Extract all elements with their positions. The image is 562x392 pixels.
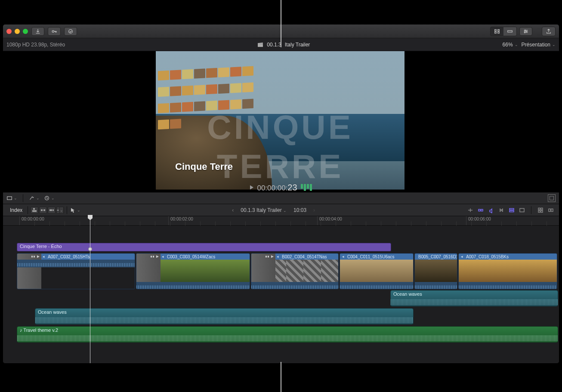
svg-point-0	[52, 30, 54, 32]
audio-clip-name: Ocean waves	[393, 291, 422, 297]
background-tasks-button[interactable]	[64, 27, 77, 36]
title-clip[interactable]: Cinque Terre - Écho	[17, 243, 391, 251]
share-button[interactable]	[542, 27, 556, 36]
clip-appearance-button[interactable]	[518, 207, 526, 214]
svg-rect-33	[153, 256, 154, 257]
clip-audio-icon	[460, 255, 464, 259]
browser-layout-segment	[490, 27, 517, 36]
timeline-header: Index ⌄ ⌄ ‹ 00.1.3 Italy Trailer ⌄ 10:03…	[3, 204, 559, 216]
clip-audio-wave	[17, 260, 135, 267]
primary-video-lane: A007_C032_0515HTsC003_C003_0514WZacsB002…	[3, 253, 559, 290]
svg-rect-32	[151, 256, 152, 257]
minimize-window-button[interactable]	[15, 29, 20, 34]
viewer[interactable]: CINQUE TERRE Cinque Terre 00:00:00: 23	[3, 51, 559, 192]
history-back-button[interactable]: ‹	[232, 207, 234, 213]
timeline-ruler[interactable]: 00:00:00:0000:00:02:0000:00:04:0000:00:0…	[3, 216, 559, 226]
close-window-button[interactable]	[6, 29, 12, 34]
layout-filmstrip-button[interactable]	[503, 27, 516, 36]
audio-lane: Ocean waves	[3, 308, 559, 325]
timeline-project-label[interactable]: 00.1.3 Italy Trailer ⌄	[241, 207, 287, 213]
connect-clip-button[interactable]	[31, 207, 38, 214]
svg-rect-31	[34, 256, 35, 257]
transition[interactable]	[17, 254, 41, 289]
clip-audio-wave	[251, 282, 338, 289]
clip-name: A007_C018_0515BKs	[466, 254, 509, 259]
video-clip[interactable]: C003_C003_0514WZacs	[136, 253, 250, 289]
play-icon[interactable]	[250, 185, 253, 190]
video-clip[interactable]: B005_C007_0516D1…	[414, 253, 457, 289]
project-name: Italy Trailer	[285, 42, 310, 48]
append-clip-button[interactable]	[48, 207, 56, 214]
audio-lane: Ocean waves	[3, 290, 559, 307]
svg-rect-3	[498, 29, 500, 31]
effects-browser-button[interactable]	[537, 207, 544, 214]
window-controls	[6, 29, 28, 34]
audio-clip[interactable]: Ocean waves	[390, 290, 558, 306]
svg-rect-22	[481, 209, 483, 211]
clip-name: B002_C004_0514TNas	[282, 254, 327, 259]
svg-rect-6	[508, 31, 513, 32]
svg-rect-17	[43, 209, 45, 211]
fullscreen-window-button[interactable]	[23, 29, 28, 34]
clip-audio-wave	[415, 282, 457, 289]
svg-rect-18	[49, 209, 52, 211]
retime-dropdown[interactable]: ⌄	[44, 195, 55, 201]
playhead[interactable]	[90, 216, 90, 363]
svg-point-8	[526, 31, 527, 32]
tool-select-dropdown[interactable]: ⌄	[70, 207, 80, 213]
app-window: 1080p HD 23.98p, Stéréo 00.1.3 Italy Tra…	[3, 24, 559, 364]
skimming-button[interactable]	[466, 207, 474, 214]
svg-rect-2	[495, 29, 497, 31]
insert-clip-button[interactable]	[39, 207, 47, 214]
audio-clip[interactable]: Ocean waves	[35, 308, 414, 325]
history-forward-button[interactable]: ›	[313, 207, 315, 213]
video-clip[interactable]: A007_C032_0515HTs	[17, 253, 135, 289]
transitions-browser-button[interactable]	[547, 207, 555, 214]
svg-rect-24	[510, 211, 514, 212]
layout-grid-button[interactable]	[491, 27, 503, 36]
video-clip[interactable]: B002_C004_0514TNas	[251, 253, 339, 289]
timeline[interactable]: 00:00:00:0000:00:02:0000:00:04:0000:00:0…	[3, 216, 559, 363]
overwrite-clip-button[interactable]: ⌄	[56, 207, 64, 214]
effects-dropdown[interactable]: ⌄	[29, 195, 40, 201]
svg-rect-4	[495, 31, 497, 33]
keyword-button[interactable]	[48, 27, 61, 36]
svg-rect-25	[520, 208, 524, 212]
audio-clip[interactable]: ♪ Travel theme v.2	[17, 326, 558, 343]
audio-skim-button[interactable]	[477, 207, 485, 214]
zoom-dropdown[interactable]: 66%⌄	[503, 42, 518, 48]
timecode-prefix: 00:00:00:	[257, 184, 287, 193]
clip-audio-wave	[136, 282, 250, 289]
video-clip[interactable]: C004_C011_0515U6acs	[340, 253, 414, 289]
svg-rect-16	[41, 209, 43, 211]
viewer-tool-row: ⌄ ⌄ ⌄	[3, 192, 559, 204]
clip-audio-wave	[340, 282, 413, 289]
audio-clip-name: Ocean waves	[38, 309, 67, 315]
svg-rect-28	[538, 211, 540, 212]
viewer-frame: CINQUE TERRE Cinque Terre	[156, 51, 405, 190]
presentation-dropdown[interactable]: Présentation⌄	[522, 42, 556, 48]
timecode-row: 00:00:00: 23	[3, 183, 559, 192]
svg-rect-10	[258, 44, 263, 47]
svg-rect-20	[57, 210, 59, 211]
svg-rect-30	[31, 256, 33, 257]
solo-button[interactable]	[487, 207, 495, 214]
svg-rect-23	[510, 208, 514, 210]
clapper-icon	[257, 42, 263, 47]
clip-audio-wave	[459, 282, 557, 289]
ruler-tick: 00:00:00:00	[19, 216, 44, 225]
callout-line-bottom	[281, 362, 281, 392]
fullscreen-viewer-button[interactable]	[548, 194, 556, 202]
clip-appearance-dropdown[interactable]: ⌄	[6, 195, 17, 201]
inspector-toggle-button[interactable]	[519, 27, 532, 36]
project-code: 00.1.3	[267, 42, 281, 48]
ruler-tick: 00:00:02:00	[168, 216, 193, 225]
svg-rect-15	[33, 208, 35, 210]
timeline-index-button[interactable]: Index	[7, 207, 25, 213]
import-button[interactable]	[31, 27, 44, 36]
video-clip[interactable]: A007_C018_0515BKs	[458, 253, 557, 289]
clip-audio-icon	[342, 255, 346, 259]
audio-lane-button[interactable]	[508, 207, 516, 214]
clip-name: C003_C003_0514WZacs	[167, 254, 215, 259]
snapping-button[interactable]	[497, 207, 505, 214]
